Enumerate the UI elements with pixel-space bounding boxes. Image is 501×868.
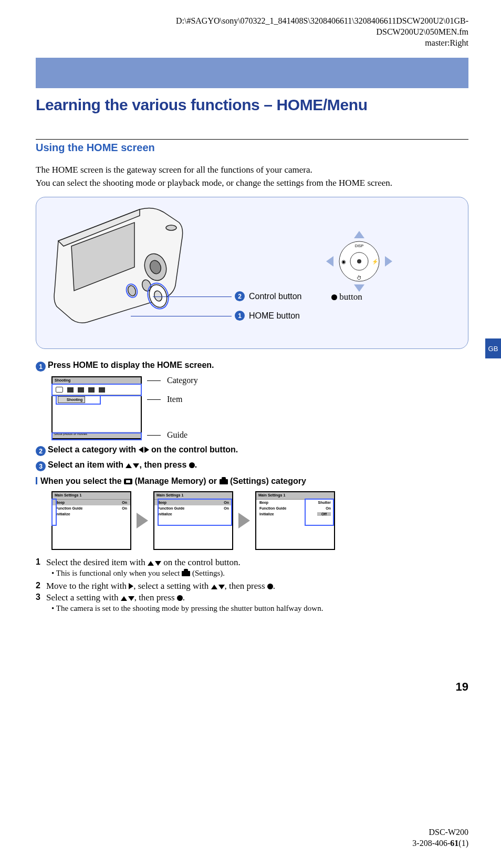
t: on the control button. (161, 557, 241, 567)
up-down-arrow-icon (211, 581, 225, 591)
t: on the control button. (149, 445, 238, 454)
dot-icon (331, 294, 337, 300)
v: On (122, 506, 127, 510)
camera-figure-box: 2 Control button 1 HOME button DISP ⏱ ◉ … (36, 197, 468, 349)
dot-icon (267, 584, 273, 589)
sub-step-2: 2 Move to the right with , select a sett… (36, 581, 468, 591)
sub-heading: When you select the (Manage Memory) or (… (36, 477, 468, 486)
t: , then press (225, 581, 267, 591)
anno-leader (147, 399, 161, 400)
circled-2-icon: 2 (36, 446, 46, 456)
svg-marker-10 (354, 284, 364, 292)
step-body: Select a setting with , then press . (46, 592, 185, 603)
l: Initialize (56, 512, 70, 516)
t: . (273, 581, 275, 591)
sub-step-1: 1 Select the desired item with on the co… (36, 557, 468, 568)
step-body: Move to the right with , select a settin… (46, 581, 275, 591)
doc-number-post: (1) (458, 839, 468, 848)
svg-marker-9 (354, 231, 364, 238)
bullet-note: • The camera is set to the shooting mode… (51, 604, 468, 613)
t: Move to the right with (46, 581, 129, 591)
step-2: 2 Select a category with on the control … (36, 445, 468, 456)
values-highlight (305, 499, 334, 526)
label-guide: Guide (167, 430, 187, 440)
divider (36, 139, 468, 140)
svg-text:⚡: ⚡ (372, 258, 379, 265)
callout-home-button: 1 HOME button (235, 311, 300, 321)
t: , select a setting with (133, 581, 211, 591)
anno-leader (147, 380, 161, 381)
left-right-arrow-icon (139, 445, 149, 454)
callout-control-button: 2 Control button (235, 291, 302, 301)
annotation-labels: Category Item Guide (147, 376, 198, 440)
arrow-right-icon (137, 513, 148, 528)
settings-screen-1: Main Settings 1 BeepOn Function GuideOn … (51, 491, 131, 550)
step-text: Press HOME to display the HOME screen. (48, 361, 214, 370)
control-button-diagram: DISP ⏱ ◉ ⚡ (325, 230, 393, 293)
svg-point-15 (357, 259, 361, 263)
t: (Settings). (190, 569, 225, 577)
doc-number-rev: 61 (450, 839, 458, 848)
step-text: Select a category with on the control bu… (48, 445, 238, 454)
t: • This is functional only when you selec… (51, 569, 182, 577)
svg-text:◉: ◉ (341, 259, 346, 264)
button-text: button (339, 292, 362, 302)
t: (Manage Memory) or (132, 477, 219, 485)
path-line-1: D:\#SAGYO\sony\070322_1_841408S\32084066… (176, 16, 468, 25)
anno-leader (147, 435, 161, 436)
up-down-arrow-icon (148, 557, 161, 567)
step-3: 3 Select an item with , then press . (36, 460, 468, 471)
side-highlight (51, 499, 57, 526)
manage-memory-icon (124, 479, 132, 484)
sub-step-3: 3 Select a setting with , then press . (36, 592, 468, 603)
label-category: Category (167, 376, 198, 385)
page-number: 19 (456, 680, 468, 694)
footer: DSC-W200 3-208-406-61(1) (412, 827, 468, 849)
t: (Settings) category (228, 477, 306, 485)
t: Select a category with (48, 445, 139, 454)
circled-3-icon: 3 (36, 461, 46, 471)
intro-para-2: You can select the shooting mode or play… (36, 177, 468, 189)
numbered-steps: 1 Select the desired item with on the co… (36, 557, 468, 613)
guide-highlight (51, 432, 142, 440)
callout-line (153, 297, 232, 297)
callout-label: Control button (249, 292, 302, 301)
camera-illustration (50, 204, 187, 325)
home-screen-preview: Shooting Shooting Shoot photos or movies (51, 376, 142, 439)
step-number: 1 (36, 557, 43, 568)
step-text: Select an item with , then press . (48, 460, 197, 470)
path-line-2: DSCW200U2\050MEN.fm (376, 27, 468, 36)
t: , then press (139, 460, 189, 469)
l: Function Guide (56, 506, 82, 510)
l: Function Guide (259, 506, 286, 510)
circled-1-icon: 1 (235, 311, 245, 321)
path-line-3: master:Right (425, 38, 468, 47)
svg-marker-11 (326, 256, 333, 267)
section-heading: Using the HOME screen (36, 142, 468, 154)
intro-para-1: The HOME screen is the gateway screen fo… (36, 164, 468, 176)
step-1: 1 Press HOME to display the HOME screen. (36, 361, 468, 372)
right-arrow-icon (129, 583, 133, 589)
category-highlight (51, 384, 142, 396)
up-down-arrow-icon (126, 460, 139, 469)
doc-number-pre: 3-208-406- (412, 839, 450, 848)
up-down-arrow-icon (121, 592, 134, 602)
step-body: Select the desired item with on the cont… (46, 557, 241, 568)
ms-row-beep: BeepOn (53, 500, 130, 505)
file-path: D:\#SAGYO\sony\070322_1_841408S\32084066… (33, 16, 468, 48)
circled-2-icon: 2 (235, 291, 245, 301)
home-screen-preview-row: Shooting Shooting Shoot photos or movies… (51, 376, 468, 440)
v: On (122, 501, 127, 504)
svg-marker-12 (385, 256, 392, 267)
circled-1-icon: 1 (36, 362, 46, 372)
step-number: 2 (36, 581, 43, 591)
t: . (195, 460, 197, 469)
l: Beep (259, 501, 268, 504)
callout-label: HOME button (249, 311, 300, 321)
t: , then press (134, 592, 177, 602)
ms-row-init: Initialize (53, 511, 130, 517)
ms-header: Main Settings 1 (53, 492, 130, 500)
svg-point-6 (166, 225, 176, 230)
settings-screen-2: Main Settings 1 BeepOn Function GuideOn … (153, 491, 233, 550)
settings-icon (220, 479, 228, 484)
